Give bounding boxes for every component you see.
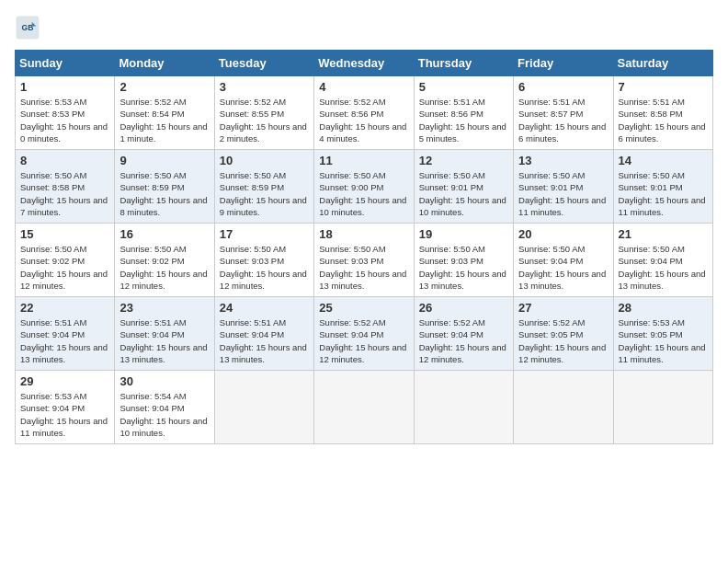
day-number: 1 bbox=[20, 80, 109, 94]
day-number: 8 bbox=[20, 154, 109, 167]
daylight-text: Daylight: 15 hours and 0 minutes. bbox=[20, 121, 108, 144]
logo-icon: GB bbox=[15, 15, 40, 40]
daylight-text: Daylight: 15 hours and 12 minutes. bbox=[220, 269, 307, 291]
sunset-text: Sunset: 8:58 PM bbox=[619, 109, 683, 119]
daylight-text: Daylight: 15 hours and 13 minutes. bbox=[518, 269, 606, 291]
sunset-text: Sunset: 9:04 PM bbox=[20, 329, 85, 339]
day-info: Sunrise: 5:50 AMSunset: 9:01 PMDaylight:… bbox=[419, 169, 508, 218]
daylight-text: Daylight: 15 hours and 12 minutes. bbox=[20, 269, 108, 291]
day-info: Sunrise: 5:50 AMSunset: 9:01 PMDaylight:… bbox=[518, 169, 608, 218]
day-number: 22 bbox=[20, 301, 109, 315]
daylight-text: Daylight: 15 hours and 8 minutes. bbox=[119, 195, 207, 217]
day-number: 19 bbox=[419, 227, 508, 241]
day-number: 27 bbox=[518, 301, 608, 315]
calendar-cell bbox=[514, 371, 613, 444]
day-number: 11 bbox=[319, 154, 408, 167]
daylight-text: Daylight: 15 hours and 11 minutes. bbox=[518, 195, 606, 217]
calendar-week-row: 15Sunrise: 5:50 AMSunset: 9:02 PMDayligh… bbox=[16, 224, 713, 297]
day-info: Sunrise: 5:51 AMSunset: 9:04 PMDaylight:… bbox=[119, 316, 209, 365]
sunrise-text: Sunrise: 5:51 AM bbox=[220, 317, 286, 327]
header-tuesday: Tuesday bbox=[214, 51, 313, 76]
day-number: 12 bbox=[419, 154, 508, 167]
daylight-text: Daylight: 15 hours and 5 minutes. bbox=[419, 121, 506, 144]
day-number: 2 bbox=[119, 80, 209, 94]
daylight-text: Daylight: 15 hours and 12 minutes. bbox=[319, 342, 406, 364]
calendar-cell: 20Sunrise: 5:50 AMSunset: 9:04 PMDayligh… bbox=[514, 224, 613, 297]
sunset-text: Sunset: 9:03 PM bbox=[419, 256, 483, 266]
day-number: 6 bbox=[518, 80, 608, 94]
calendar-cell: 24Sunrise: 5:51 AMSunset: 9:04 PMDayligh… bbox=[214, 297, 313, 371]
day-number: 9 bbox=[119, 154, 209, 167]
sunrise-text: Sunrise: 5:50 AM bbox=[220, 244, 286, 254]
calendar-cell: 18Sunrise: 5:50 AMSunset: 9:03 PMDayligh… bbox=[314, 224, 414, 297]
day-info: Sunrise: 5:50 AMSunset: 9:00 PMDaylight:… bbox=[319, 169, 408, 218]
daylight-text: Daylight: 15 hours and 12 minutes. bbox=[419, 342, 506, 364]
calendar-cell: 25Sunrise: 5:52 AMSunset: 9:04 PMDayligh… bbox=[314, 297, 414, 371]
day-info: Sunrise: 5:52 AMSunset: 9:05 PMDaylight:… bbox=[518, 316, 608, 365]
daylight-text: Daylight: 15 hours and 12 minutes. bbox=[518, 342, 606, 364]
day-number: 21 bbox=[619, 227, 708, 241]
calendar-cell: 21Sunrise: 5:50 AMSunset: 9:04 PMDayligh… bbox=[613, 224, 712, 297]
calendar-cell: 22Sunrise: 5:51 AMSunset: 9:04 PMDayligh… bbox=[16, 297, 115, 371]
day-info: Sunrise: 5:50 AMSunset: 9:02 PMDaylight:… bbox=[119, 243, 209, 292]
sunrise-text: Sunrise: 5:52 AM bbox=[319, 97, 385, 107]
day-info: Sunrise: 5:54 AMSunset: 9:04 PMDaylight:… bbox=[119, 390, 209, 439]
weekday-header-row: Sunday Monday Tuesday Wednesday Thursday… bbox=[16, 51, 713, 76]
sunset-text: Sunset: 8:54 PM bbox=[119, 109, 184, 119]
header-sunday: Sunday bbox=[16, 51, 115, 76]
calendar-cell: 1Sunrise: 5:53 AMSunset: 8:53 PMDaylight… bbox=[16, 76, 115, 150]
day-number: 13 bbox=[518, 154, 608, 167]
day-info: Sunrise: 5:50 AMSunset: 9:04 PMDaylight:… bbox=[619, 243, 708, 292]
sunset-text: Sunset: 9:02 PM bbox=[119, 256, 184, 266]
sunset-text: Sunset: 8:57 PM bbox=[518, 109, 583, 119]
day-info: Sunrise: 5:52 AMSunset: 9:04 PMDaylight:… bbox=[419, 316, 508, 365]
sunset-text: Sunset: 8:56 PM bbox=[319, 109, 383, 119]
sunrise-text: Sunrise: 5:51 AM bbox=[619, 97, 685, 107]
calendar-week-row: 22Sunrise: 5:51 AMSunset: 9:04 PMDayligh… bbox=[16, 297, 713, 371]
calendar-week-row: 29Sunrise: 5:53 AMSunset: 9:04 PMDayligh… bbox=[16, 371, 713, 444]
sunset-text: Sunset: 9:05 PM bbox=[518, 329, 583, 339]
day-info: Sunrise: 5:50 AMSunset: 9:02 PMDaylight:… bbox=[20, 243, 109, 292]
header: GB bbox=[15, 15, 713, 40]
daylight-text: Daylight: 15 hours and 13 minutes. bbox=[419, 269, 506, 291]
day-number: 5 bbox=[419, 80, 508, 94]
calendar-cell bbox=[613, 371, 712, 444]
daylight-text: Daylight: 15 hours and 7 minutes. bbox=[20, 195, 108, 217]
sunset-text: Sunset: 8:53 PM bbox=[20, 109, 85, 119]
calendar-cell: 30Sunrise: 5:54 AMSunset: 9:04 PMDayligh… bbox=[115, 371, 214, 444]
daylight-text: Daylight: 15 hours and 6 minutes. bbox=[518, 121, 606, 144]
sunset-text: Sunset: 8:56 PM bbox=[419, 109, 483, 119]
sunset-text: Sunset: 9:01 PM bbox=[419, 182, 483, 192]
calendar-cell: 26Sunrise: 5:52 AMSunset: 9:04 PMDayligh… bbox=[414, 297, 513, 371]
calendar-cell: 4Sunrise: 5:52 AMSunset: 8:56 PMDaylight… bbox=[314, 76, 414, 150]
daylight-text: Daylight: 15 hours and 13 minutes. bbox=[20, 342, 108, 364]
sunset-text: Sunset: 9:04 PM bbox=[119, 403, 184, 413]
daylight-text: Daylight: 15 hours and 13 minutes. bbox=[220, 342, 307, 364]
sunrise-text: Sunrise: 5:52 AM bbox=[119, 97, 186, 107]
daylight-text: Daylight: 15 hours and 12 minutes. bbox=[119, 269, 207, 291]
day-info: Sunrise: 5:50 AMSunset: 9:03 PMDaylight:… bbox=[419, 243, 508, 292]
sunset-text: Sunset: 9:04 PM bbox=[119, 329, 184, 339]
daylight-text: Daylight: 15 hours and 11 minutes. bbox=[619, 195, 706, 217]
sunset-text: Sunset: 8:59 PM bbox=[220, 182, 284, 192]
daylight-text: Daylight: 15 hours and 11 minutes. bbox=[20, 416, 108, 438]
daylight-text: Daylight: 15 hours and 9 minutes. bbox=[220, 195, 307, 217]
sunset-text: Sunset: 9:01 PM bbox=[518, 182, 583, 192]
sunset-text: Sunset: 9:03 PM bbox=[220, 256, 284, 266]
sunset-text: Sunset: 9:04 PM bbox=[319, 329, 383, 339]
calendar-cell: 9Sunrise: 5:50 AMSunset: 8:59 PMDaylight… bbox=[115, 150, 214, 224]
sunset-text: Sunset: 9:04 PM bbox=[619, 256, 683, 266]
sunrise-text: Sunrise: 5:50 AM bbox=[119, 170, 186, 180]
day-info: Sunrise: 5:51 AMSunset: 8:56 PMDaylight:… bbox=[419, 96, 508, 144]
day-number: 20 bbox=[518, 227, 608, 241]
daylight-text: Daylight: 15 hours and 1 minute. bbox=[119, 121, 207, 144]
day-info: Sunrise: 5:52 AMSunset: 8:56 PMDaylight:… bbox=[319, 96, 408, 144]
calendar-cell: 8Sunrise: 5:50 AMSunset: 8:58 PMDaylight… bbox=[16, 150, 115, 224]
calendar-cell: 23Sunrise: 5:51 AMSunset: 9:04 PMDayligh… bbox=[115, 297, 214, 371]
day-info: Sunrise: 5:50 AMSunset: 9:04 PMDaylight:… bbox=[518, 243, 608, 292]
day-number: 4 bbox=[319, 80, 408, 94]
day-number: 3 bbox=[220, 80, 309, 94]
day-info: Sunrise: 5:52 AMSunset: 8:55 PMDaylight:… bbox=[220, 96, 309, 144]
calendar-cell: 3Sunrise: 5:52 AMSunset: 8:55 PMDaylight… bbox=[214, 76, 313, 150]
sunrise-text: Sunrise: 5:52 AM bbox=[319, 317, 385, 327]
